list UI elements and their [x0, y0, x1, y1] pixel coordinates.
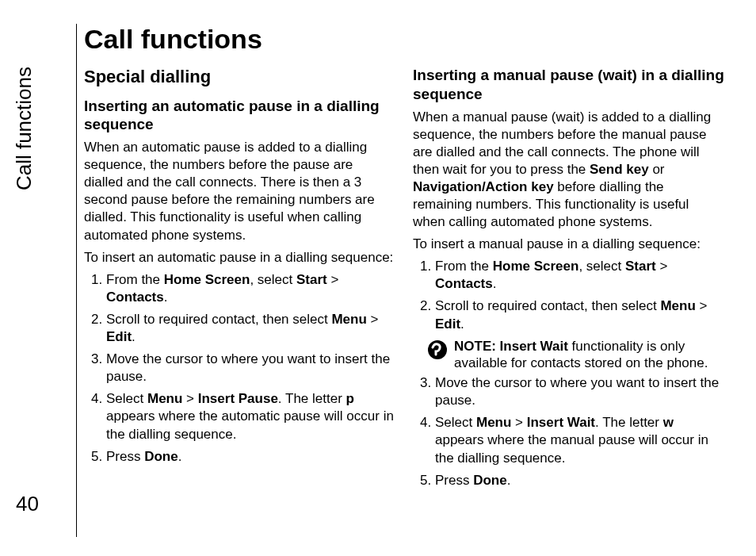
manual-page: Call functions 40 Call functions Special… — [0, 0, 756, 556]
vertical-divider — [76, 24, 77, 537]
note-icon — [427, 339, 448, 360]
bold-text: NOTE: Insert Wait — [454, 339, 568, 354]
bold-text: Start — [625, 259, 656, 274]
list-item: Scroll to required contact, then select … — [435, 297, 724, 332]
text: . The letter — [278, 391, 346, 406]
bold-text: Edit — [106, 329, 132, 344]
text: > — [511, 415, 526, 430]
side-tab-label: Call functions — [12, 67, 36, 190]
bold-text: Contacts — [435, 276, 493, 291]
content-area: Call functions Special dialling Insertin… — [84, 24, 724, 537]
steps-list-auto-pause: From the Home Screen, select Start > Con… — [84, 271, 395, 466]
columns: Special dialling Inserting an automatic … — [84, 66, 724, 494]
list-item: From the Home Screen, select Start > Con… — [106, 271, 395, 306]
text: > — [656, 259, 668, 274]
paragraph: When an automatic pause is added to a di… — [84, 139, 395, 244]
list-item: Press Done. — [106, 448, 395, 466]
list-item: Scroll to required contact, then select … — [106, 311, 395, 346]
list-item: From the Home Screen, select Start > Con… — [435, 258, 724, 293]
list-item: Select Menu > Insert Pause. The letter p… — [106, 390, 395, 443]
text: > — [696, 298, 708, 313]
section-heading-special-dialling: Special dialling — [84, 66, 395, 89]
bold-text: p — [346, 391, 354, 406]
side-tab: Call functions — [8, 32, 40, 190]
bold-text: Menu — [331, 312, 366, 327]
list-item: Move the cursor to where you want to ins… — [106, 351, 395, 385]
text: Press — [435, 473, 473, 488]
text: . — [493, 276, 497, 291]
text: > — [327, 272, 339, 287]
right-column: Inserting a manual pause (wait) in a dia… — [413, 66, 724, 494]
text: . The letter — [595, 415, 663, 430]
note-block: NOTE: Insert Wait functionality is only … — [427, 338, 724, 372]
text: . — [132, 329, 136, 344]
bold-text: w — [663, 415, 674, 430]
text: Select — [106, 391, 147, 406]
bold-text: Insert Wait — [527, 415, 595, 430]
text: . — [164, 290, 168, 305]
subsection-heading-auto-pause: Inserting an automatic pause in a dialli… — [84, 97, 395, 135]
list-item: Press Done. — [435, 472, 724, 489]
text: Select — [435, 415, 476, 430]
bold-text: Menu — [476, 415, 511, 430]
bold-text: Navigation/Action key — [413, 179, 554, 194]
bold-text: Menu — [660, 298, 695, 313]
note-text: NOTE: Insert Wait functionality is only … — [454, 338, 724, 372]
bold-text: Edit — [435, 316, 460, 332]
text: . — [507, 473, 511, 488]
bold-text: Done — [144, 449, 178, 464]
paragraph: To insert an automatic pause in a dialli… — [84, 249, 395, 266]
page-number: 40 — [16, 492, 39, 516]
bold-text: Insert Pause — [198, 391, 278, 406]
text: . — [178, 449, 182, 464]
left-column: Special dialling Inserting an automatic … — [84, 66, 395, 494]
text: appears where the automatic pause will o… — [106, 408, 394, 441]
text: Press — [106, 449, 144, 464]
subsection-heading-manual-pause: Inserting a manual pause (wait) in a dia… — [413, 66, 724, 104]
text: Scroll to required contact, then select — [106, 312, 331, 327]
text: > — [182, 391, 197, 406]
bold-text: Send key — [590, 162, 649, 177]
bold-text: Contacts — [106, 290, 164, 305]
text: . — [460, 316, 464, 332]
bold-text: Home Screen — [164, 272, 250, 287]
bold-text: Start — [296, 272, 327, 287]
bold-text: Menu — [147, 391, 182, 406]
text: , select — [578, 259, 625, 274]
text: or — [649, 162, 665, 177]
text: > — [367, 312, 379, 327]
steps-list-manual-pause-12: From the Home Screen, select Start > Con… — [413, 258, 724, 332]
text: When a manual pause (wait) is added to a… — [413, 109, 711, 177]
page-title: Call functions — [84, 24, 724, 55]
text: , select — [250, 272, 296, 287]
bold-text: Home Screen — [493, 259, 579, 274]
steps-list-manual-pause-35: Move the cursor to where you want to ins… — [413, 374, 724, 489]
text: From the — [435, 259, 493, 274]
list-item: Move the cursor to where you want to ins… — [435, 374, 724, 409]
list-item: Select Menu > Insert Wait. The letter w … — [435, 414, 724, 466]
text: Scroll to required contact, then select — [435, 298, 660, 313]
paragraph: When a manual pause (wait) is added to a… — [413, 109, 724, 232]
text: From the — [106, 272, 164, 287]
bold-text: Done — [473, 473, 507, 488]
text: appears where the manual pause will occu… — [435, 432, 708, 465]
paragraph: To insert a manual pause in a dialling s… — [413, 236, 724, 253]
